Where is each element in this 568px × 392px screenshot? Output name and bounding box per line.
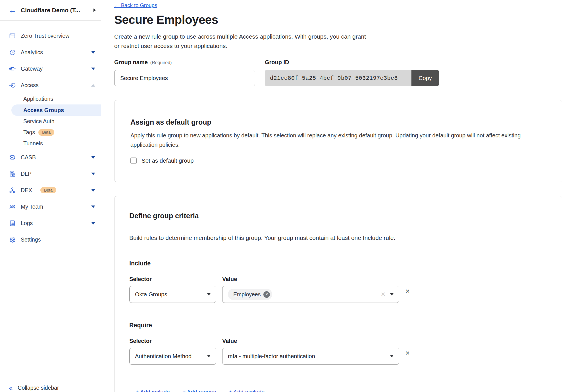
- set-default-group-checkbox[interactable]: [130, 158, 137, 164]
- back-arrow-icon[interactable]: ←: [9, 7, 16, 14]
- group-name-input[interactable]: [114, 70, 255, 86]
- sidebar-item-dex[interactable]: DEX Beta: [0, 182, 101, 198]
- value-column-label: Value: [222, 338, 399, 344]
- sidebar-nav: Zero Trust overview Analytics Gateway Ac…: [0, 21, 101, 248]
- add-require-link[interactable]: + Add require: [182, 389, 217, 392]
- include-value-multiselect[interactable]: Employees ✕ ✕: [222, 286, 399, 303]
- sidebar-item-label: Access: [21, 82, 39, 89]
- sidebar-item-my-team[interactable]: My Team: [0, 198, 101, 215]
- group-name-label: Group name: [114, 59, 148, 66]
- window-icon: [9, 32, 16, 39]
- chevron-down-icon: [91, 222, 95, 225]
- card-title: Define group criteria: [129, 211, 546, 220]
- beta-badge: Beta: [38, 129, 54, 136]
- sidebar-item-casb[interactable]: CASB: [0, 149, 101, 165]
- page-description: Create a new rule group to use across mu…: [114, 32, 562, 51]
- collapse-sidebar-label: Collapse sidebar: [18, 385, 59, 391]
- sidebar-item-label: My Team: [21, 204, 43, 210]
- require-value-dropdown[interactable]: mfa - multiple-factor authentication: [222, 348, 399, 365]
- add-include-link[interactable]: + Add include: [136, 389, 170, 392]
- sidebar-item-label: Settings: [21, 236, 41, 243]
- sidebar-item-label: DLP: [21, 171, 32, 177]
- chevron-down-icon: [91, 189, 95, 192]
- sidebar-item-label: DEX: [21, 187, 32, 194]
- sidebar-item-label: Logs: [21, 220, 33, 227]
- sidebar-item-label: CASB: [21, 154, 36, 161]
- sidebar-item-gateway[interactable]: Gateway: [0, 60, 101, 77]
- chevron-down-icon: [390, 293, 394, 295]
- account-name[interactable]: Cloudflare Demo (T...: [21, 7, 89, 14]
- require-rule-row: Authentication Method mfa - multiple-fac…: [129, 348, 546, 365]
- logs-icon: [9, 220, 16, 227]
- remove-include-rule-icon[interactable]: ✕: [405, 288, 410, 294]
- chevron-down-icon: [91, 206, 95, 208]
- dlp-icon: [9, 170, 16, 177]
- chevron-down-icon: [207, 293, 211, 295]
- selector-column-label: Selector: [129, 338, 216, 344]
- chevron-down-icon: [91, 156, 95, 159]
- sidebar-item-settings[interactable]: Settings: [0, 231, 101, 248]
- card-title: Assign as default group: [130, 118, 546, 126]
- include-selector-dropdown[interactable]: Okta Groups: [129, 286, 216, 303]
- sidebar-item-dlp[interactable]: DLP: [0, 165, 101, 182]
- analytics-pie-icon: [9, 49, 16, 56]
- casb-icon: [9, 154, 16, 161]
- group-form-row: Group name (Required) Group ID d21ce80f-…: [114, 59, 562, 86]
- add-exclude-link[interactable]: + Add exclude: [229, 389, 265, 392]
- chevron-up-icon: [91, 84, 95, 87]
- page-title: Secure Employees: [114, 13, 562, 27]
- chevron-down-icon: [91, 173, 95, 175]
- value-chip-employees[interactable]: Employees ✕: [228, 289, 272, 300]
- card-description: Build rules to determine membership of t…: [129, 234, 546, 242]
- sidebar-item-service-auth[interactable]: Service Auth: [0, 116, 101, 127]
- sidebar-item-access[interactable]: Access: [0, 77, 101, 93]
- clear-values-icon[interactable]: ✕: [380, 291, 386, 298]
- copy-button[interactable]: Copy: [411, 70, 439, 86]
- include-rule-row: Okta Groups Employees ✕ ✕ ✕: [129, 286, 546, 303]
- sidebar-item-label: Gateway: [21, 66, 43, 72]
- sidebar: ← Cloudflare Demo (T... Zero Trust overv…: [0, 0, 101, 392]
- sidebar-item-access-groups[interactable]: Access Groups: [11, 104, 101, 116]
- main-content: ← Back to Groups Secure Employees Create…: [101, 0, 568, 392]
- sidebar-item-applications[interactable]: Applications: [0, 93, 101, 104]
- set-default-group-label: Set as default group: [142, 157, 194, 164]
- double-chevron-left-icon: «: [9, 385, 13, 391]
- gateway-icon: [9, 65, 16, 72]
- require-selector-dropdown[interactable]: Authentication Method: [129, 348, 216, 365]
- selector-column-label: Selector: [129, 276, 216, 282]
- access-icon: [9, 82, 16, 89]
- chevron-down-icon: [207, 355, 211, 357]
- sidebar-item-logs[interactable]: Logs: [0, 215, 101, 231]
- required-hint: (Required): [150, 60, 172, 65]
- sidebar-item-label: Tags: [23, 129, 35, 136]
- assign-default-group-card: Assign as default group Apply this rule …: [114, 100, 562, 182]
- chevron-down-icon: [91, 68, 95, 70]
- group-id-label: Group ID: [265, 59, 289, 66]
- card-description: Apply this rule group to new application…: [130, 131, 546, 150]
- team-icon: [9, 203, 16, 210]
- value-column-label: Value: [222, 276, 399, 282]
- remove-require-rule-icon[interactable]: ✕: [405, 350, 410, 356]
- sidebar-item-label: Analytics: [21, 49, 43, 56]
- account-expander-icon[interactable]: [93, 9, 96, 12]
- chevron-down-icon: [390, 355, 394, 357]
- access-submenu: Applications Access Groups Service Auth …: [0, 93, 101, 149]
- sidebar-item-label: Zero Trust overview: [21, 33, 69, 39]
- group-id-value: d21ce80f-5a25-4bcf-9b07-5032197e3be8: [265, 70, 411, 86]
- gear-icon: [9, 236, 16, 243]
- back-to-groups-link[interactable]: ← Back to Groups: [114, 2, 157, 9]
- dex-icon: [9, 187, 16, 194]
- include-section-label: Include: [129, 260, 546, 267]
- sidebar-item-tags[interactable]: Tags Beta: [0, 127, 101, 138]
- beta-badge: Beta: [40, 187, 56, 194]
- sidebar-item-tunnels[interactable]: Tunnels: [0, 138, 101, 149]
- chevron-down-icon: [91, 51, 95, 54]
- sidebar-item-zero-trust-overview[interactable]: Zero Trust overview: [0, 28, 101, 44]
- define-group-criteria-card: Define group criteria Build rules to det…: [114, 196, 562, 392]
- chip-remove-icon[interactable]: ✕: [263, 291, 270, 298]
- collapse-sidebar-button[interactable]: « Collapse sidebar: [0, 378, 101, 392]
- account-header: ← Cloudflare Demo (T...: [0, 0, 101, 21]
- require-section-label: Require: [129, 322, 546, 329]
- sidebar-item-analytics[interactable]: Analytics: [0, 44, 101, 60]
